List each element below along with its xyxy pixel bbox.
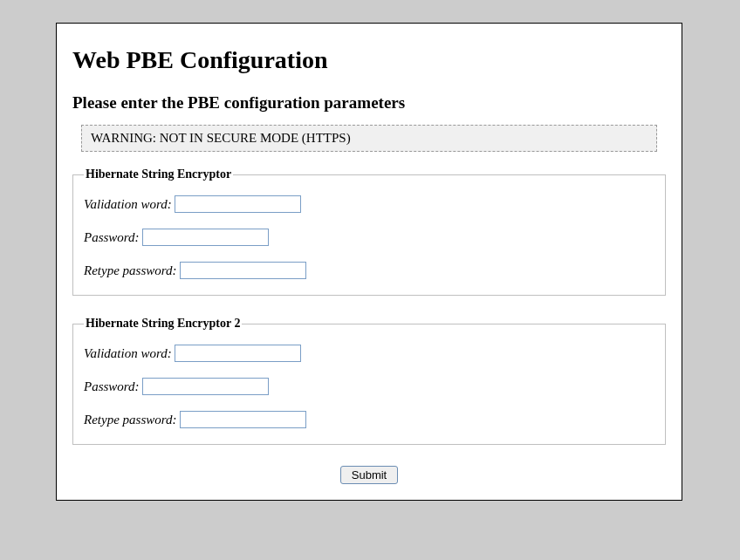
validation-word-label: Validation word: (84, 346, 172, 360)
field-row: Retype password: (84, 411, 654, 428)
field-row: Validation word: (84, 345, 654, 362)
field-row: Password: (84, 229, 654, 246)
page-title: Web PBE Configuration (72, 46, 666, 74)
retype-password-label: Retype password: (84, 413, 177, 427)
encryptor-legend-2: Hibernate String Encryptor 2 (84, 317, 242, 331)
submit-row: Submit (72, 466, 666, 484)
page-subtitle: Please enter the PBE configuration param… (72, 93, 666, 113)
retype-password-label: Retype password: (84, 263, 177, 277)
encryptor-legend-1: Hibernate String Encryptor (84, 167, 233, 181)
config-panel: Web PBE Configuration Please enter the P… (56, 23, 682, 501)
field-row: Validation word: (84, 195, 654, 213)
password-label: Password: (84, 379, 140, 393)
password-label: Password: (84, 230, 140, 244)
submit-button[interactable]: Submit (340, 466, 398, 484)
validation-word-input[interactable] (175, 345, 301, 362)
field-row: Retype password: (84, 262, 654, 279)
retype-password-input[interactable] (180, 262, 306, 279)
warning-banner: WARNING: NOT IN SECURE MODE (HTTPS) (81, 125, 657, 152)
retype-password-input[interactable] (180, 411, 306, 428)
validation-word-input[interactable] (175, 195, 301, 213)
validation-word-label: Validation word: (84, 197, 172, 211)
encryptor-group-2: Hibernate String Encryptor 2 Validation … (72, 317, 666, 445)
field-row: Password: (84, 378, 654, 395)
password-input[interactable] (142, 378, 269, 395)
encryptor-group-1: Hibernate String Encryptor Validation wo… (72, 167, 666, 296)
password-input[interactable] (142, 229, 269, 246)
